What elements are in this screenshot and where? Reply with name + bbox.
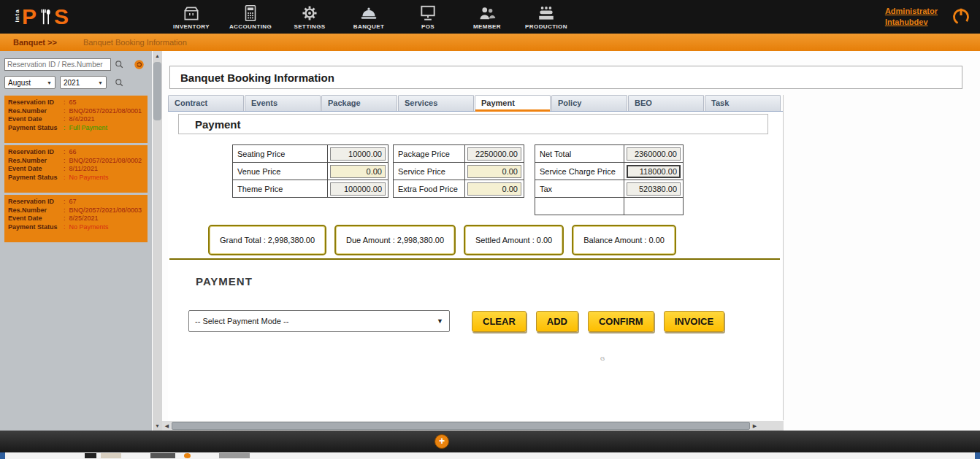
payment-mode-selected-value: -- Select Payment Mode --	[195, 317, 288, 325]
nav-item-accounting[interactable]: ACCOUNTING	[226, 4, 275, 30]
event-date-label: Event Date	[8, 115, 64, 124]
event-date-value: 8/4/2021	[64, 115, 95, 124]
clear-button[interactable]: CLEAR	[472, 311, 527, 332]
taskbar-fragment	[85, 453, 96, 458]
chevron-down-icon: ▼	[98, 80, 103, 85]
scroll-down-icon[interactable]: ▼	[153, 421, 162, 431]
res-number-label: Res.Number	[8, 107, 64, 116]
search-icon[interactable]	[114, 59, 125, 70]
nav-item-member[interactable]: MEMBER	[462, 4, 512, 30]
tab-services[interactable]: Services	[398, 95, 474, 111]
seating-price-input[interactable]	[330, 147, 386, 161]
accounting-icon	[241, 4, 260, 23]
res-number-value: BNQ/2057/2021/08/0001	[64, 107, 142, 116]
refresh-icon[interactable]	[134, 59, 145, 70]
package-price-input[interactable]	[467, 147, 521, 161]
banquet-icon	[359, 4, 379, 23]
reservation-search-input[interactable]	[4, 58, 111, 71]
service-charge-price-input[interactable]	[627, 165, 681, 178]
month-select[interactable]: August ▼	[4, 76, 55, 89]
taskbar-fragment	[184, 453, 191, 458]
venue-price-label: Venue Price	[233, 163, 328, 180]
res-number-label: Res.Number	[8, 157, 64, 166]
reservation-card[interactable]: Reservation ID66 Res.NumberBNQ/2057/2021…	[4, 145, 148, 193]
breadcrumb-page: Banquet Booking Information	[83, 38, 187, 47]
payment-status-label: Payment Status	[8, 223, 64, 232]
tax-label: Tax	[535, 180, 624, 197]
reservation-id-label: Reservation ID	[8, 148, 64, 157]
pos-icon	[418, 4, 437, 23]
tab-policy[interactable]: Policy	[551, 95, 627, 111]
tab-package[interactable]: Package	[321, 95, 397, 111]
reservation-card[interactable]: Reservation ID67 Res.NumberBNQ/2057/2021…	[4, 195, 148, 242]
settings-icon	[300, 4, 319, 23]
grand-total-box: Grand Total : 2,998,380.00	[208, 225, 326, 255]
event-date-value: 8/25/2021	[64, 215, 99, 223]
confirm-button[interactable]: CONFIRM	[588, 311, 654, 332]
empty-label-cell	[535, 198, 624, 215]
event-date-label: Event Date	[8, 215, 64, 223]
add-button[interactable]: ADD	[536, 311, 578, 332]
payment-status-value: No Payments	[64, 223, 109, 232]
scrollbar-thumb[interactable]	[172, 422, 750, 430]
payment-status-value: No Payments	[64, 174, 109, 182]
vertical-scrollbar[interactable]: ▲ ▼	[153, 51, 162, 431]
scroll-left-icon[interactable]: ◀	[162, 423, 172, 429]
payment-summary-row: Grand Total : 2,998,380.00 Due Amount : …	[208, 225, 676, 255]
service-price-label: Service Price	[394, 163, 465, 180]
logo-letter-p: P	[22, 6, 37, 28]
scroll-up-icon[interactable]: ▲	[153, 51, 162, 61]
nav-item-banquet[interactable]: BANQUET	[344, 4, 394, 30]
tax-input[interactable]	[627, 182, 681, 196]
empty-value-cell	[624, 198, 683, 215]
account-link[interactable]: Intahubdev	[885, 17, 938, 28]
nav-item-pos[interactable]: POS	[403, 4, 453, 30]
taskbar-fragment	[150, 453, 175, 458]
nav-item-settings[interactable]: SETTINGS	[285, 4, 334, 30]
taskbar-fragment	[101, 453, 121, 458]
reservation-id-label: Reservation ID	[8, 198, 64, 207]
nav-label: POS	[421, 23, 435, 30]
reservation-card[interactable]: Reservation ID65 Res.NumberBNQ/2057/2021…	[4, 96, 148, 143]
tab-beo[interactable]: BEO	[628, 95, 704, 111]
nav-item-inventory[interactable]: INVENTORY	[166, 4, 216, 30]
page-title: Banquet Booking Information	[169, 66, 962, 89]
invoice-button[interactable]: INVOICE	[664, 311, 724, 332]
main-content: Banquet Booking Information Contract Eve…	[162, 51, 980, 431]
add-new-button[interactable]: +	[435, 434, 449, 449]
reservation-sidebar: August ▼ 2021 ▼ Reservation ID65 Res.Num…	[0, 51, 152, 431]
net-total-input[interactable]	[627, 147, 681, 161]
reservation-id-value: 67	[64, 198, 77, 207]
reservation-id-label: Reservation ID	[8, 99, 64, 107]
app-logo[interactable]: inta P S	[12, 6, 150, 28]
scrollbar-thumb[interactable]	[153, 62, 161, 120]
seating-price-label: Seating Price	[233, 145, 328, 162]
res-number-value: BNQ/2057/2021/08/0002	[64, 157, 142, 166]
logo-letter-s: S	[54, 6, 69, 28]
horizontal-scrollbar[interactable]: ◀ ▶	[162, 421, 784, 431]
tab-contract[interactable]: Contract	[168, 95, 244, 111]
nav-label: PRODUCTION	[525, 23, 567, 30]
administrator-link[interactable]: Administrator	[885, 6, 938, 17]
nav-label: BANQUET	[353, 23, 384, 30]
theme-price-input[interactable]	[330, 182, 386, 196]
net-total-label: Net Total	[535, 145, 624, 162]
year-selected-value: 2021	[64, 79, 80, 87]
due-amount-box: Due Amount : 2,998,380.00	[334, 225, 456, 255]
reservation-list: Reservation ID65 Res.NumberBNQ/2057/2021…	[4, 96, 148, 242]
tab-events[interactable]: Events	[245, 95, 321, 111]
payment-mode-select[interactable]: -- Select Payment Mode -- ▼	[188, 310, 450, 332]
tab-payment[interactable]: Payment	[475, 95, 551, 111]
scroll-right-icon[interactable]: ▶	[750, 423, 759, 429]
power-icon[interactable]	[951, 6, 971, 26]
payment-status-label: Payment Status	[8, 174, 64, 182]
extra-food-price-input[interactable]	[467, 182, 521, 196]
nav-item-production[interactable]: PRODUCTION	[521, 4, 571, 30]
year-select[interactable]: 2021 ▼	[60, 76, 107, 89]
fork-spoon-icon	[37, 7, 54, 26]
venue-price-input[interactable]	[330, 165, 386, 178]
service-price-input[interactable]	[467, 165, 521, 178]
tab-task[interactable]: Task	[705, 95, 781, 111]
search-icon[interactable]	[114, 77, 125, 88]
breadcrumb-section[interactable]: Banquet >>	[13, 38, 57, 47]
